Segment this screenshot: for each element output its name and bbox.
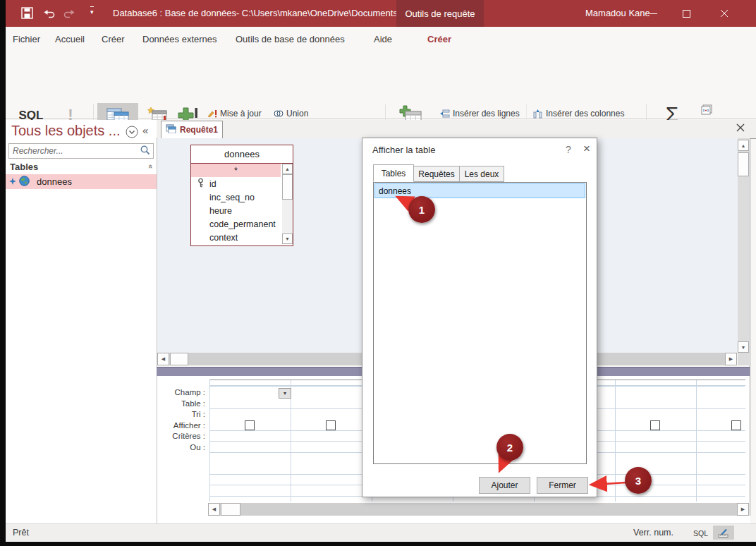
contextual-tab-label: Outils de requête <box>405 8 475 19</box>
scroll-left-icon: ◀ <box>161 356 165 362</box>
redo-button[interactable] <box>62 9 76 20</box>
maximize-button[interactable] <box>670 0 702 27</box>
dialog-title: Afficher la table <box>372 145 435 155</box>
field-row-asterisk[interactable]: * <box>191 164 281 177</box>
nav-menu-button[interactable] <box>126 126 138 140</box>
scrollbar-thumb[interactable] <box>170 353 188 365</box>
grid-row-label-criteres: Critères : <box>157 432 205 440</box>
grid-row-label-tri: Tri : <box>157 410 205 418</box>
ribbon-tab-accueil[interactable]: Accueil <box>54 27 86 51</box>
nav-item-donnees[interactable]: donnees <box>6 174 157 189</box>
close-button[interactable] <box>702 0 746 27</box>
doc-area-right-border <box>750 138 750 516</box>
quick-access-customize-button[interactable]: ▾ <box>90 6 94 17</box>
dialog-close-button[interactable]: × <box>583 142 590 156</box>
dialog-tab-tables[interactable]: Tables <box>373 164 414 182</box>
doc-tab-requete1[interactable]: Requête1 <box>161 121 223 138</box>
dialog-item-label: donnees <box>379 186 411 196</box>
update-query-button[interactable]: Mise à jour <box>206 106 262 121</box>
insert-columns-label: Insérer des colonnes <box>546 109 624 119</box>
scroll-up-icon: ▲ <box>741 143 746 148</box>
undo-button[interactable] <box>42 9 56 20</box>
scroll-right-icon: ▶ <box>729 356 733 362</box>
ribbon-tab-fichier[interactable]: Fichier <box>11 27 42 51</box>
scroll-left-button[interactable]: ◀ <box>208 503 220 516</box>
contextual-tab-outils-de-requete[interactable]: Outils de requête <box>396 0 484 27</box>
afficher-checkbox[interactable] <box>731 420 741 430</box>
scroll-down-icon: ▼ <box>285 236 290 241</box>
ajouter-label: Ajouter <box>491 480 518 490</box>
field-row-heure[interactable]: heure <box>191 204 281 217</box>
minimize-button[interactable] <box>638 0 670 27</box>
status-numlock: Verr. num. <box>633 528 673 538</box>
field-label: * <box>234 166 238 176</box>
dialog-tab-lesdeux[interactable]: Les deux <box>459 166 504 182</box>
design-v-scrollbar[interactable]: ▲ ▼ <box>738 138 749 365</box>
field-label: inc_seq_no <box>209 193 255 202</box>
afficher-checkbox[interactable] <box>650 420 660 430</box>
status-bar: Prêt Verr. num. SQL <box>6 523 756 541</box>
dialog-item-donnees[interactable]: donnees <box>374 183 585 198</box>
field-row-context[interactable]: context <box>191 231 281 244</box>
chevron-double-up-icon: « <box>150 162 152 172</box>
scroll-right-button[interactable]: ▶ <box>737 503 749 516</box>
scroll-down-button[interactable]: ▼ <box>282 233 293 244</box>
ajouter-button[interactable]: Ajouter <box>479 477 530 494</box>
dialog-table-list[interactable]: donnees <box>373 182 587 464</box>
ribbon-tab-outils-bdd[interactable]: Outils de base de données <box>234 27 346 51</box>
ribbon-tab-creer-contextual-active[interactable]: Créer <box>426 27 453 53</box>
nav-item-label: donnees <box>37 176 72 187</box>
dialog-help-button[interactable]: ? <box>566 144 571 155</box>
grid-row-label-table: Table : <box>157 399 205 408</box>
tab-label: Accueil <box>55 34 85 44</box>
ribbon-tab-donnees-externes[interactable]: Données externes <box>141 27 219 51</box>
status-ready: Prêt <box>13 528 29 538</box>
afficher-checkbox[interactable] <box>326 420 336 430</box>
chevrons-left-icon: « <box>142 124 148 136</box>
parameters-icon <box>701 104 714 116</box>
insert-rows-button[interactable]: Insérer des lignes <box>439 106 520 121</box>
scroll-down-icon: ▼ <box>741 345 746 350</box>
ribbon-tab-aide[interactable]: Aide <box>372 27 394 51</box>
nav-section-tables[interactable]: Tables « <box>10 162 152 172</box>
doc-close-button[interactable] <box>736 123 745 134</box>
field-list-title: donnees <box>191 145 293 164</box>
ribbon-tab-creer[interactable]: Créer <box>100 27 126 51</box>
maximize-icon <box>683 10 690 18</box>
insert-columns-icon <box>532 109 544 119</box>
field-row-code-permanent[interactable]: code_permanent <box>191 217 281 231</box>
scroll-up-button[interactable]: ▲ <box>282 164 293 174</box>
dialog-tab-requetes[interactable]: Requêtes <box>413 166 461 182</box>
grid-row-label-ou: Ou : <box>157 443 205 451</box>
nav-collapse-button[interactable]: « <box>142 124 148 136</box>
field-list-card[interactable]: donnees * id inc_seq_no heure code_perma… <box>190 145 293 246</box>
field-row-inc-seq-no[interactable]: inc_seq_no <box>191 190 281 204</box>
afficher-checkbox[interactable] <box>245 420 255 430</box>
union-query-label: Union <box>286 109 308 119</box>
parameters-button[interactable] <box>701 104 714 119</box>
scroll-down-button[interactable]: ▼ <box>738 341 749 353</box>
field-row-id[interactable]: id <box>191 177 281 190</box>
insert-columns-button[interactable]: Insérer des colonnes <box>532 106 624 121</box>
annotation-step-1: 1 <box>408 196 435 223</box>
save-button[interactable] <box>21 7 33 21</box>
scroll-left-button[interactable]: ◀ <box>157 353 169 365</box>
union-query-button[interactable]: Union <box>272 106 308 121</box>
scroll-right-button[interactable]: ▶ <box>725 353 737 365</box>
field-list-scrollbar[interactable]: ▲ ▼ <box>282 164 293 244</box>
champ-dropdown-button[interactable]: ▾ <box>279 388 291 399</box>
scrollbar-thumb[interactable] <box>221 503 240 516</box>
scrollbar-thumb[interactable] <box>738 152 749 176</box>
nav-pane-title: Tous les objets ... <box>11 123 121 139</box>
fermer-button[interactable]: Fermer <box>537 477 588 494</box>
status-design-view-button[interactable] <box>713 526 734 540</box>
scroll-up-button[interactable]: ▲ <box>738 140 749 151</box>
design-view-icon <box>718 528 729 538</box>
doc-tab-label: Requête1 <box>180 125 218 135</box>
scrollbar-thumb[interactable] <box>282 174 293 200</box>
update-query-icon <box>206 109 218 118</box>
status-sql-view-button[interactable]: SQL <box>693 529 708 538</box>
search-icon[interactable] <box>140 145 150 157</box>
nav-search-input[interactable]: Rechercher... <box>8 143 154 159</box>
grid-h-scrollbar[interactable]: ◀ ▶ <box>208 503 749 516</box>
